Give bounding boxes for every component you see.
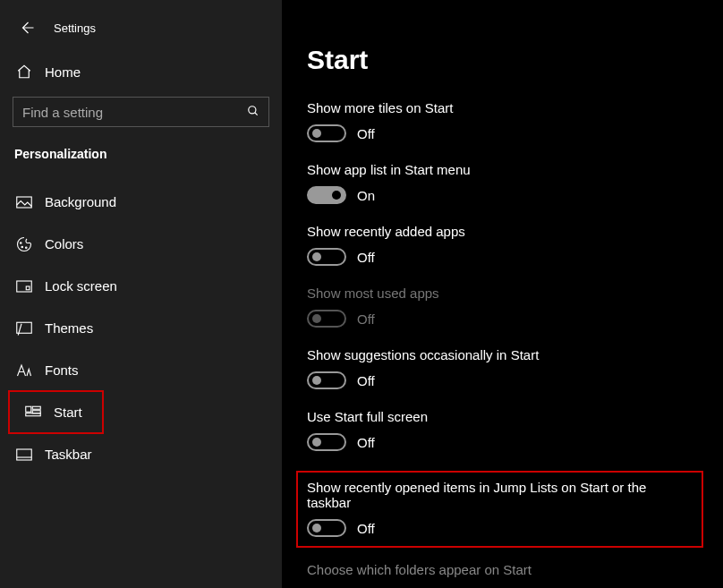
nav-list: Background Colors Lock screen Themes Fon…: [0, 181, 282, 475]
svg-rect-11: [26, 413, 41, 415]
app-title: Settings: [54, 21, 96, 35]
toggle-state: Off: [357, 126, 375, 141]
setting-app-list: Show app list in Start menu On: [307, 162, 723, 204]
sidebar-item-label: Start: [54, 405, 82, 420]
svg-rect-12: [17, 449, 32, 460]
toggle-row: Off: [307, 371, 723, 389]
toggle-row: Off: [307, 433, 723, 451]
toggle-switch[interactable]: [307, 124, 346, 142]
setting-label: Show recently added apps: [307, 224, 723, 239]
lock-screen-icon: [16, 278, 32, 294]
fonts-icon: [16, 362, 32, 379]
toggle-switch[interactable]: [307, 371, 346, 389]
svg-point-3: [21, 246, 23, 248]
toggle-state: Off: [357, 250, 375, 265]
home-nav[interactable]: Home: [0, 54, 282, 89]
sidebar-item-themes[interactable]: Themes: [0, 307, 282, 349]
setting-label: Show more tiles on Start: [307, 100, 723, 115]
sidebar-item-start[interactable]: Start: [9, 391, 103, 433]
toggle-state: Off: [357, 435, 375, 450]
setting-recently-added: Show recently added apps Off: [307, 224, 723, 266]
toggle-state: Off: [357, 521, 375, 536]
svg-rect-6: [26, 286, 30, 290]
sidebar-item-label: Background: [45, 194, 116, 209]
home-label: Home: [45, 64, 81, 80]
svg-point-0: [249, 106, 256, 113]
main-content: Start Show more tiles on Start Off Show …: [282, 0, 723, 588]
toggle-state: Off: [357, 311, 375, 327]
svg-rect-8: [26, 406, 31, 412]
picture-icon: [16, 194, 32, 210]
setting-label: Show most used apps: [307, 285, 723, 301]
back-arrow-icon[interactable]: [16, 20, 38, 36]
sidebar-item-label: Fonts: [45, 362, 79, 378]
toggle-switch[interactable]: [307, 519, 346, 537]
setting-full-screen: Use Start full screen Off: [307, 409, 723, 451]
toggle-row: Off: [307, 248, 723, 266]
toggle-switch: [307, 310, 346, 328]
search-input[interactable]: [22, 105, 247, 120]
setting-more-tiles: Show more tiles on Start Off: [307, 100, 723, 142]
toggle-row: Off: [307, 310, 723, 328]
setting-label: Use Start full screen: [307, 409, 723, 424]
setting-suggestions: Show suggestions occasionally in Start O…: [307, 347, 723, 389]
highlight-box: Show recently opened items in Jump Lists…: [296, 471, 703, 548]
folders-link[interactable]: Choose which folders appear on Start: [307, 562, 723, 577]
toggle-switch[interactable]: [307, 186, 346, 204]
toggle-switch[interactable]: [307, 433, 346, 451]
sidebar-item-fonts[interactable]: Fonts: [0, 349, 282, 391]
svg-rect-9: [32, 406, 40, 409]
setting-label: Show suggestions occasionally in Start: [307, 347, 723, 362]
toggle-state: Off: [357, 373, 375, 388]
sidebar-item-taskbar[interactable]: Taskbar: [0, 433, 282, 475]
header-row: Settings: [0, 7, 282, 48]
sidebar: Settings Home Personalization Background…: [0, 0, 282, 588]
sidebar-item-background[interactable]: Background: [0, 181, 282, 223]
home-icon: [16, 64, 32, 80]
palette-icon: [16, 236, 32, 252]
toggle-row: Off: [307, 124, 723, 142]
search-container: [13, 97, 269, 127]
sidebar-item-label: Colors: [45, 236, 83, 251]
sidebar-item-lock-screen[interactable]: Lock screen: [0, 265, 282, 307]
page-title: Start: [307, 45, 723, 75]
search-icon: [247, 105, 259, 120]
toggle-row: Off: [307, 519, 693, 537]
setting-label: Show app list in Start menu: [307, 162, 723, 177]
themes-icon: [16, 320, 32, 337]
start-icon: [25, 405, 41, 421]
setting-most-used: Show most used apps Off: [307, 285, 723, 328]
taskbar-icon: [16, 447, 32, 463]
sidebar-item-label: Lock screen: [45, 278, 117, 294]
search-box[interactable]: [13, 97, 269, 127]
setting-jump-lists: Show recently opened items in Jump Lists…: [307, 480, 693, 537]
sidebar-item-label: Themes: [45, 320, 93, 336]
svg-point-4: [26, 247, 28, 249]
sidebar-item-colors[interactable]: Colors: [0, 223, 282, 265]
section-title: Personalization: [14, 147, 282, 161]
setting-label: Show recently opened items in Jump Lists…: [307, 480, 693, 510]
toggle-row: On: [307, 186, 723, 204]
svg-point-2: [21, 242, 22, 243]
toggle-switch[interactable]: [307, 248, 346, 266]
sidebar-item-label: Taskbar: [45, 447, 92, 462]
toggle-state: On: [357, 188, 375, 203]
